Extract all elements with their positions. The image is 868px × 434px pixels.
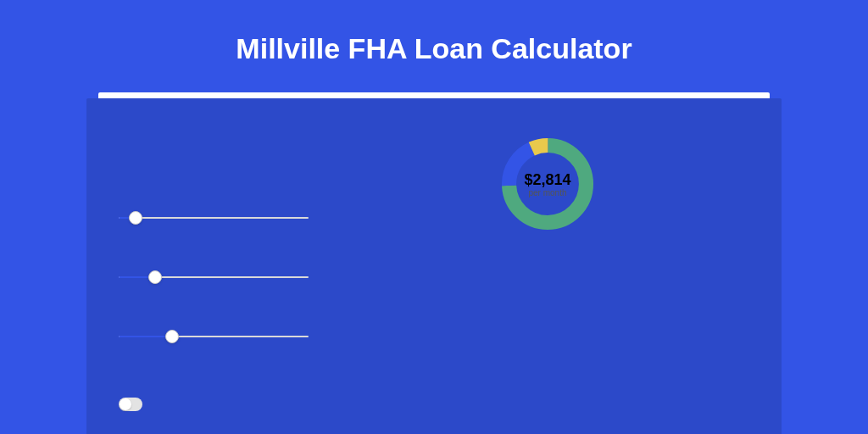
- donut-amount: $2,814: [524, 171, 570, 189]
- home-price-slider[interactable]: [119, 212, 309, 224]
- interest-rate-slider[interactable]: [119, 331, 309, 342]
- donut-chart: $2,814 per month: [497, 133, 598, 235]
- donut-per-label: per month: [528, 188, 566, 198]
- card-backplate: [86, 98, 782, 434]
- page-title: Millville FHA Loan Calculator: [0, 0, 868, 92]
- donut-center: $2,814 per month: [497, 133, 598, 235]
- veteran-toggle[interactable]: [119, 398, 142, 411]
- down-payment-slider[interactable]: [119, 271, 309, 283]
